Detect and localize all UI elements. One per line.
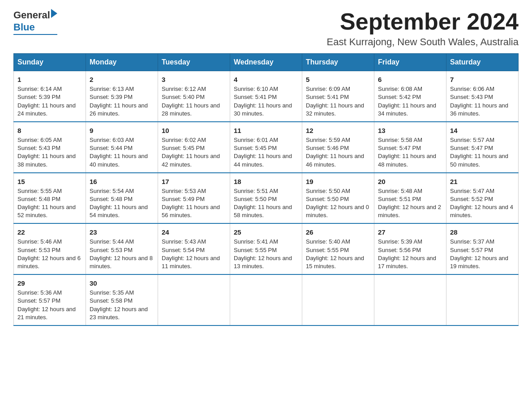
sunrise-text: Sunrise: 6:14 AM <box>17 85 82 93</box>
sunrise-text: Sunrise: 5:50 AM <box>306 187 370 195</box>
day-number: 15 <box>17 177 82 186</box>
daylight-text: Daylight: 12 hours and 6 minutes. <box>17 254 82 270</box>
logo-triangle-icon <box>51 9 57 18</box>
sunrise-text: Sunrise: 5:47 AM <box>450 187 515 195</box>
sunrise-text: Sunrise: 5:51 AM <box>234 187 298 195</box>
calendar-cell <box>374 274 446 325</box>
day-number: 10 <box>162 126 226 135</box>
weekday-header-saturday: Saturday <box>446 54 519 71</box>
sunrise-text: Sunrise: 5:40 AM <box>306 238 370 246</box>
calendar-cell <box>302 274 374 325</box>
sunset-text: Sunset: 5:40 PM <box>162 93 226 101</box>
sunset-text: Sunset: 5:42 PM <box>378 93 442 101</box>
sunset-text: Sunset: 5:39 PM <box>90 93 154 101</box>
daylight-text: Daylight: 11 hours and 42 minutes. <box>162 152 226 168</box>
sunrise-text: Sunrise: 6:03 AM <box>90 136 154 144</box>
daylight-text: Daylight: 12 hours and 21 minutes. <box>17 305 82 321</box>
calendar-cell: 27Sunrise: 5:39 AMSunset: 5:56 PMDayligh… <box>374 223 446 274</box>
day-number: 11 <box>234 126 298 135</box>
day-number: 20 <box>378 177 442 186</box>
calendar-cell <box>230 274 302 325</box>
daylight-text: Daylight: 11 hours and 54 minutes. <box>90 203 154 219</box>
calendar-cell: 20Sunrise: 5:48 AMSunset: 5:51 PMDayligh… <box>374 173 446 224</box>
sunrise-text: Sunrise: 6:08 AM <box>378 85 442 93</box>
sunset-text: Sunset: 5:45 PM <box>234 144 298 152</box>
sunrise-text: Sunrise: 5:35 AM <box>90 289 154 297</box>
calendar-cell: 24Sunrise: 5:43 AMSunset: 5:54 PMDayligh… <box>158 223 230 274</box>
week-row-3: 15Sunrise: 5:55 AMSunset: 5:48 PMDayligh… <box>14 173 519 224</box>
sunset-text: Sunset: 5:46 PM <box>306 144 370 152</box>
day-number: 27 <box>378 227 442 237</box>
day-number: 24 <box>162 227 226 237</box>
week-row-5: 29Sunrise: 5:36 AMSunset: 5:57 PMDayligh… <box>14 274 519 325</box>
calendar-cell: 23Sunrise: 5:44 AMSunset: 5:53 PMDayligh… <box>86 223 158 274</box>
calendar-cell: 15Sunrise: 5:55 AMSunset: 5:48 PMDayligh… <box>14 173 86 224</box>
calendar-cell: 16Sunrise: 5:54 AMSunset: 5:48 PMDayligh… <box>86 173 158 224</box>
sunrise-text: Sunrise: 5:54 AM <box>90 187 154 195</box>
daylight-text: Daylight: 11 hours and 44 minutes. <box>234 152 298 168</box>
sunset-text: Sunset: 5:57 PM <box>450 246 515 254</box>
sunset-text: Sunset: 5:56 PM <box>378 246 442 254</box>
page-header: General Blue September 2024 East Kurrajo… <box>13 9 519 48</box>
daylight-text: Daylight: 11 hours and 26 minutes. <box>90 102 154 118</box>
weekday-header-sunday: Sunday <box>14 54 86 71</box>
sunrise-text: Sunrise: 6:10 AM <box>234 85 298 93</box>
daylight-text: Daylight: 11 hours and 30 minutes. <box>234 102 298 118</box>
day-number: 5 <box>306 75 370 84</box>
title-block: September 2024 East Kurrajong, New South… <box>327 9 519 48</box>
calendar-cell: 4Sunrise: 6:10 AMSunset: 5:41 PMDaylight… <box>230 71 302 122</box>
sunset-text: Sunset: 5:53 PM <box>90 246 154 254</box>
calendar-cell: 25Sunrise: 5:41 AMSunset: 5:55 PMDayligh… <box>230 223 302 274</box>
sunrise-text: Sunrise: 5:41 AM <box>234 238 298 246</box>
daylight-text: Daylight: 11 hours and 56 minutes. <box>162 203 226 219</box>
sunset-text: Sunset: 5:57 PM <box>17 297 82 305</box>
daylight-text: Daylight: 11 hours and 24 minutes. <box>17 102 82 118</box>
day-number: 1 <box>17 75 82 84</box>
calendar-cell: 1Sunrise: 6:14 AMSunset: 5:39 PMDaylight… <box>14 71 86 122</box>
sunset-text: Sunset: 5:50 PM <box>306 195 370 203</box>
daylight-text: Daylight: 12 hours and 15 minutes. <box>306 254 370 270</box>
day-number: 12 <box>306 126 370 135</box>
daylight-text: Daylight: 12 hours and 23 minutes. <box>90 305 154 321</box>
day-number: 28 <box>450 227 515 237</box>
calendar-cell: 9Sunrise: 6:03 AMSunset: 5:44 PMDaylight… <box>86 122 158 173</box>
calendar-cell: 26Sunrise: 5:40 AMSunset: 5:55 PMDayligh… <box>302 223 374 274</box>
calendar-cell: 29Sunrise: 5:36 AMSunset: 5:57 PMDayligh… <box>14 274 86 325</box>
sunrise-text: Sunrise: 5:37 AM <box>450 238 515 246</box>
sunset-text: Sunset: 5:55 PM <box>306 246 370 254</box>
daylight-text: Daylight: 11 hours and 46 minutes. <box>306 152 370 168</box>
sunrise-text: Sunrise: 5:43 AM <box>162 238 226 246</box>
day-number: 23 <box>90 227 154 237</box>
calendar-cell: 7Sunrise: 6:06 AMSunset: 5:43 PMDaylight… <box>446 71 519 122</box>
sunrise-text: Sunrise: 6:05 AM <box>17 136 82 144</box>
daylight-text: Daylight: 11 hours and 58 minutes. <box>234 203 298 219</box>
daylight-text: Daylight: 11 hours and 32 minutes. <box>306 102 370 118</box>
day-number: 4 <box>234 75 298 84</box>
day-number: 9 <box>90 126 154 135</box>
calendar-cell: 30Sunrise: 5:35 AMSunset: 5:58 PMDayligh… <box>86 274 158 325</box>
logo-general-text: General <box>13 9 50 21</box>
day-number: 26 <box>306 227 370 237</box>
day-number: 22 <box>17 227 82 237</box>
day-number: 8 <box>17 126 82 135</box>
sunset-text: Sunset: 5:50 PM <box>234 195 298 203</box>
sunrise-text: Sunrise: 5:44 AM <box>90 238 154 246</box>
day-number: 25 <box>234 227 298 237</box>
weekday-header-wednesday: Wednesday <box>230 54 302 71</box>
day-number: 29 <box>17 278 82 288</box>
weekday-header-tuesday: Tuesday <box>158 54 230 71</box>
sunrise-text: Sunrise: 5:58 AM <box>378 136 442 144</box>
sunrise-text: Sunrise: 5:46 AM <box>17 238 82 246</box>
calendar-table: SundayMondayTuesdayWednesdayThursdayFrid… <box>13 53 519 326</box>
location-title: East Kurrajong, New South Wales, Austral… <box>327 36 519 48</box>
sunrise-text: Sunrise: 6:12 AM <box>162 85 226 93</box>
day-number: 30 <box>90 278 154 288</box>
sunset-text: Sunset: 5:41 PM <box>306 93 370 101</box>
sunrise-text: Sunrise: 5:39 AM <box>378 238 442 246</box>
week-row-1: 1Sunrise: 6:14 AMSunset: 5:39 PMDaylight… <box>14 71 519 122</box>
sunrise-text: Sunrise: 5:53 AM <box>162 187 226 195</box>
daylight-text: Daylight: 12 hours and 8 minutes. <box>90 254 154 270</box>
daylight-text: Daylight: 11 hours and 40 minutes. <box>90 152 154 168</box>
sunrise-text: Sunrise: 6:13 AM <box>90 85 154 93</box>
daylight-text: Daylight: 12 hours and 13 minutes. <box>234 254 298 270</box>
